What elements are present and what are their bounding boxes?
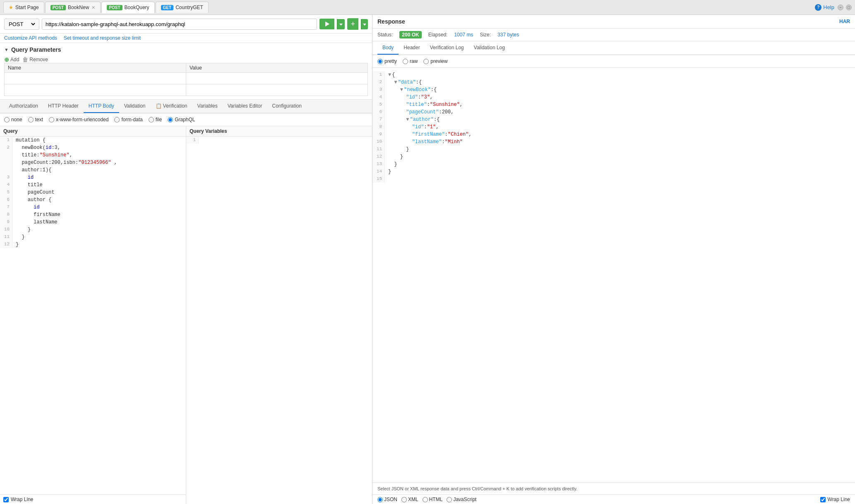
radio-json[interactable] — [377, 497, 383, 502]
body-type-formdata[interactable]: form-data — [114, 117, 142, 122]
radio-graphql[interactable] — [168, 117, 173, 122]
left-panel: POST GET PUT DELETE + Customize API meth… — [0, 15, 372, 504]
tab-http-header[interactable]: HTTP Header — [43, 100, 84, 113]
response-tabs: Body Header Verification Log Validation … — [372, 41, 855, 55]
radio-raw[interactable] — [403, 59, 408, 64]
param-value-input-2[interactable] — [186, 84, 367, 96]
radio-none[interactable] — [4, 117, 10, 122]
query-code-area[interactable]: 1 mutation { 2 newBook(id:3, title:"Suns… — [0, 137, 186, 494]
tab-variables-editor[interactable]: Variables Editor — [223, 100, 267, 113]
minimize-button[interactable]: − — [838, 5, 843, 10]
main-layout: POST GET PUT DELETE + Customize API meth… — [0, 15, 855, 504]
response-tab-validation-log[interactable]: Validation Log — [469, 41, 510, 55]
add-param-button[interactable]: ⊕ Add — [4, 56, 19, 63]
remove-param-label: Remove — [29, 57, 48, 62]
radio-javascript[interactable] — [447, 497, 452, 502]
tab-verification[interactable]: 📋 Verification — [151, 100, 192, 113]
json-line-3: 3 ▼"newBook":{ — [372, 86, 855, 94]
response-tab-header[interactable]: Header — [399, 41, 425, 55]
json-line-9: 9 "firstName":"Chien", — [372, 131, 855, 138]
radio-xml[interactable] — [401, 497, 407, 502]
param-actions: ⊕ Add 🗑 Remove — [4, 56, 368, 63]
format-raw[interactable]: raw — [403, 58, 418, 64]
remove-param-button[interactable]: 🗑 Remove — [22, 56, 48, 63]
query-line-5: 5 pageCount — [0, 189, 186, 196]
body-type-file[interactable]: file — [149, 117, 162, 122]
maximize-button[interactable]: □ — [846, 5, 852, 10]
svg-marker-2 — [363, 24, 366, 26]
get-badge-countryget: GET — [161, 5, 174, 10]
tab-authorization[interactable]: Authorization — [4, 100, 43, 113]
method-selector[interactable]: POST GET PUT DELETE — [4, 19, 39, 30]
response-tab-body[interactable]: Body — [377, 41, 399, 55]
close-icon-booknew[interactable]: ✕ — [91, 5, 95, 10]
body-type-none[interactable]: none — [4, 117, 22, 122]
body-type-graphql[interactable]: GraphQL — [168, 117, 195, 122]
param-name-input-2[interactable] — [5, 84, 186, 96]
format-javascript-label[interactable]: JavaScript — [447, 497, 476, 502]
col-value-header: Value — [186, 63, 368, 73]
post-badge-bookquery: POST — [107, 5, 122, 10]
body-type-text[interactable]: text — [28, 117, 43, 122]
radio-text[interactable] — [28, 117, 34, 122]
elapsed-value: 1007 ms — [454, 32, 473, 38]
radio-formdata[interactable] — [114, 117, 120, 122]
api-links: Customize API methods Set timeout and re… — [0, 34, 372, 43]
svg-marker-0 — [325, 22, 329, 26]
collapse-3[interactable]: ▼ — [400, 87, 403, 93]
format-html-label[interactable]: HTML — [423, 497, 443, 502]
run-button[interactable] — [319, 19, 334, 29]
format-xml-label[interactable]: XML — [401, 497, 418, 502]
query-params-header: ▼ Query Parameters — [4, 46, 368, 53]
tab-validation[interactable]: Validation — [119, 100, 151, 113]
query-variables-area[interactable]: 1 — [186, 137, 372, 504]
query-variables-label: Query Variables — [186, 126, 372, 137]
bottom-tabs: Authorization HTTP Header HTTP Body Vali… — [0, 100, 372, 113]
collapse-1[interactable]: ▼ — [388, 72, 391, 78]
help-button[interactable]: ? Help — [815, 4, 834, 11]
json-line-1: 1 ▼{ — [372, 71, 855, 79]
tab-bookquery[interactable]: POST BookQuery — [101, 2, 154, 13]
add-button[interactable]: + — [347, 18, 358, 30]
customize-api-methods-link[interactable]: Customize API methods — [4, 35, 57, 41]
label-text: text — [35, 117, 43, 122]
collapse-7[interactable]: ▼ — [406, 117, 409, 122]
url-input[interactable] — [42, 19, 317, 30]
radio-preview[interactable] — [423, 59, 429, 64]
status-label: Status: — [377, 32, 393, 38]
tab-countryget[interactable]: GET CountryGET — [156, 2, 209, 13]
response-wrap-line-checkbox[interactable] — [820, 497, 826, 502]
radio-pretty[interactable] — [377, 59, 383, 64]
format-pretty[interactable]: pretty — [377, 58, 397, 64]
json-line-12: 12 } — [372, 153, 855, 161]
radio-file[interactable] — [149, 117, 154, 122]
json-line-13: 13 } — [372, 161, 855, 168]
radio-html[interactable] — [423, 497, 428, 502]
collapse-2[interactable]: ▼ — [394, 79, 397, 85]
json-line-6: 6 "pageCount":200, — [372, 108, 855, 116]
tab-http-body[interactable]: HTTP Body — [84, 100, 119, 113]
tab-start-page[interactable]: ★ Start Page — [3, 2, 44, 13]
response-tab-verification-log[interactable]: Verification Log — [425, 41, 469, 55]
body-type-urlencoded[interactable]: x-www-form-urlencoded — [49, 117, 108, 122]
param-name-input-1[interactable] — [5, 73, 186, 84]
radio-urlencoded[interactable] — [49, 117, 54, 122]
format-json-label[interactable]: JSON — [377, 497, 397, 502]
format-preview[interactable]: preview — [423, 58, 447, 64]
har-link[interactable]: HAR — [839, 19, 850, 24]
response-header: Response HAR — [372, 15, 855, 29]
param-value-input-1[interactable] — [186, 73, 367, 84]
tab-booknew[interactable]: POST BookNew ✕ — [45, 2, 101, 13]
run-dropdown-button[interactable] — [337, 19, 345, 29]
json-line-14: 14 } — [372, 168, 855, 175]
method-dropdown[interactable]: POST GET PUT DELETE — [7, 21, 36, 28]
query-wrap-line-checkbox[interactable] — [3, 497, 9, 502]
size-label: Size: — [480, 32, 491, 38]
tab-configuration[interactable]: Configuration — [267, 100, 307, 113]
remove-icon: 🗑 — [22, 56, 28, 63]
add-dropdown-button[interactable] — [361, 19, 368, 29]
section-toggle-icon[interactable]: ▼ — [4, 47, 9, 52]
tab-bookquery-label: BookQuery — [125, 5, 149, 10]
set-timeout-link[interactable]: Set timeout and response size limit — [64, 35, 141, 41]
tab-variables[interactable]: Variables — [192, 100, 223, 113]
